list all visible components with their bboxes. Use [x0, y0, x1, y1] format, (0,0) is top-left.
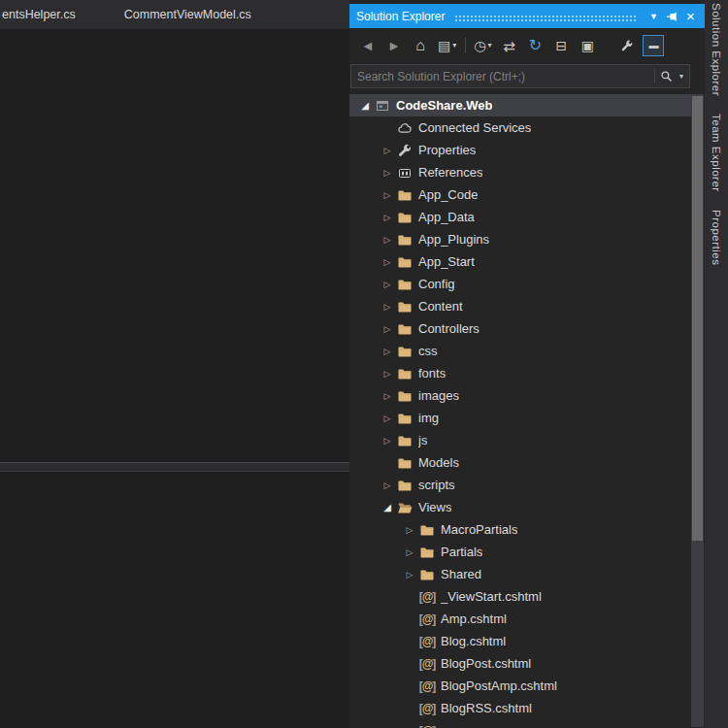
show-all-files-button[interactable]: ▣ — [577, 35, 598, 56]
razor-icon: [@] — [418, 678, 436, 694]
tree-scrollbar[interactable] — [691, 94, 704, 727]
collapse-icon[interactable]: ◢ — [357, 100, 373, 111]
side-tab-properties[interactable]: Properties — [711, 210, 722, 265]
expand-icon[interactable]: ▷ — [380, 257, 395, 267]
razor-icon: [@] — [418, 723, 436, 728]
tree-item-label: img — [418, 411, 439, 425]
tree-item-controllers[interactable]: ▷Controllers — [349, 317, 691, 340]
show-all-files-icon: ▣ — [581, 39, 594, 52]
tree-item-css[interactable]: ▷css — [349, 340, 691, 362]
editor-tab-commentviewmodel[interactable]: CommentViewModel.cs — [111, 0, 265, 29]
forward-button[interactable]: ► — [383, 35, 405, 56]
tree-item-label: MacroPartials — [441, 522, 517, 537]
editor-tab-commentshelper[interactable]: entsHelper.cs — [0, 0, 111, 29]
expand-icon[interactable]: ▷ — [380, 280, 395, 289]
tree-item-label: CodeShare.Web — [396, 98, 492, 113]
tree-item-fonts[interactable]: ▷fonts — [349, 362, 691, 384]
pending-changes-filter-button[interactable]: ◷▾ — [472, 35, 493, 56]
tree-item-js[interactable]: ▷js — [349, 429, 691, 451]
folder-icon — [396, 232, 414, 248]
search-input[interactable] — [351, 70, 654, 83]
back-icon: ◄ — [361, 39, 375, 52]
expand-icon[interactable]: ▷ — [380, 324, 395, 334]
switch-views-button[interactable]: ▤▾ — [436, 35, 458, 56]
tree-item-shared[interactable]: ▷Shared — [349, 563, 691, 585]
tree-item-blogrss-cshtml[interactable]: [@]BlogRSS.cshtml — [349, 697, 691, 719]
expand-icon[interactable]: ▷ — [402, 547, 417, 557]
properties-button[interactable] — [616, 35, 638, 56]
collapse-icon[interactable]: ◢ — [380, 502, 395, 513]
razor-icon: [@] — [418, 589, 436, 605]
tree-item-app-code[interactable]: ▷App_Code — [349, 183, 691, 206]
tree-item-config[interactable]: ▷Config — [349, 273, 691, 295]
tree-item-blog-cshtml[interactable]: [@]Blog.cshtml — [349, 630, 691, 652]
tree-item-blogpost-cshtml[interactable]: [@]BlogPost.cshtml — [349, 652, 691, 675]
expand-icon[interactable]: ▷ — [380, 146, 395, 155]
sync-with-active-document-button[interactable]: ⇄ — [498, 35, 519, 56]
tree-item-label: scripts — [418, 478, 455, 492]
expand-icon[interactable]: ▷ — [380, 168, 395, 178]
home-icon: ⌂ — [415, 38, 425, 53]
tree-item-label: App_Plugins — [418, 232, 489, 247]
tree-item-amp-cshtml[interactable]: [@]Amp.cshtml — [349, 608, 691, 630]
expand-icon[interactable]: ▷ — [380, 190, 395, 200]
tree-item-references[interactable]: ▷References — [349, 161, 691, 183]
search-box: ▾ — [350, 64, 690, 88]
back-button[interactable]: ◄ — [357, 35, 379, 56]
home-button[interactable]: ⌂ — [410, 35, 431, 56]
tree-item-views[interactable]: ◢Views — [349, 496, 691, 518]
tree-item-scripts[interactable]: ▷scripts — [349, 474, 691, 496]
expand-icon[interactable]: ▷ — [402, 525, 417, 535]
expand-icon[interactable]: ▷ — [380, 436, 395, 446]
expand-icon[interactable]: ▷ — [380, 235, 395, 245]
razor-icon: [@] — [418, 701, 436, 716]
tree-item-clipped[interactable]: [@] — [349, 719, 691, 728]
scrollbar-thumb[interactable] — [692, 96, 703, 541]
folder-icon — [396, 187, 414, 203]
editor-surface-bottom[interactable] — [0, 472, 349, 728]
tree-item-macropartials[interactable]: ▷MacroPartials — [349, 518, 691, 541]
editor-surface-top[interactable] — [0, 29, 349, 462]
cloud-icon — [396, 120, 414, 136]
search-options-chevron[interactable]: ▾ — [678, 72, 689, 81]
expand-icon[interactable]: ▷ — [380, 414, 395, 423]
tree-item-viewstart-cshtml[interactable]: [@]_ViewStart.cshtml — [349, 585, 691, 608]
expand-icon[interactable]: ▷ — [380, 391, 395, 401]
tree-item-blogpostamp-cshtml[interactable]: [@]BlogPostAmp.cshtml — [349, 675, 691, 697]
auto-hide-pin-button[interactable] — [663, 6, 681, 26]
expand-icon[interactable]: ▷ — [380, 369, 395, 379]
tree-item-img[interactable]: ▷img — [349, 407, 691, 429]
pin-icon — [666, 10, 679, 23]
preview-selected-items-button[interactable]: ▬ — [643, 35, 664, 56]
side-tab-team-explorer[interactable]: Team Explorer — [711, 114, 722, 192]
tree-item-properties[interactable]: ▷Properties — [349, 139, 691, 161]
panel-titlebar[interactable]: Solution Explorer ▼ × — [349, 4, 705, 28]
tree-item-codeshare-web[interactable]: ◢CodeShare.Web — [349, 94, 691, 116]
app-root: entsHelper.cs CommentViewModel.cs Soluti… — [0, 0, 728, 728]
close-panel-button[interactable]: × — [681, 6, 700, 26]
tree-item-app-plugins[interactable]: ▷App_Plugins — [349, 228, 691, 250]
refresh-button[interactable]: ↻ — [524, 35, 546, 56]
side-tab-solution-explorer[interactable]: Solution Explorer — [711, 3, 722, 96]
tree-item-partials[interactable]: ▷Partials — [349, 541, 691, 563]
expand-icon[interactable]: ▷ — [380, 480, 395, 490]
expand-icon[interactable]: ▷ — [380, 302, 395, 312]
editor-splitter[interactable] — [0, 462, 349, 472]
tree-item-label: _ViewStart.cshtml — [441, 589, 542, 604]
tree-item-content[interactable]: ▷Content — [349, 295, 691, 317]
tree-item-models[interactable]: Models — [349, 451, 691, 474]
expand-icon[interactable]: ▷ — [380, 347, 395, 356]
tree-item-app-start[interactable]: ▷App_Start — [349, 250, 691, 273]
expand-icon[interactable]: ▷ — [380, 213, 395, 222]
folder-icon — [396, 321, 414, 337]
collapse-all-button[interactable]: ⊟ — [550, 35, 572, 56]
search-icon[interactable] — [655, 70, 678, 83]
tree-item-connected-services[interactable]: Connected Services — [349, 116, 691, 139]
expand-icon[interactable]: ▷ — [402, 570, 417, 579]
tree-item-images[interactable]: ▷images — [349, 384, 691, 407]
window-position-chevron-button[interactable]: ▼ — [645, 6, 663, 26]
tree-item-label: BlogPostAmp.cshtml — [441, 678, 557, 693]
tree-item-label: images — [418, 388, 459, 403]
tree-item-app-data[interactable]: ▷App_Data — [349, 206, 691, 228]
collapse-all-icon: ⊟ — [556, 39, 568, 52]
